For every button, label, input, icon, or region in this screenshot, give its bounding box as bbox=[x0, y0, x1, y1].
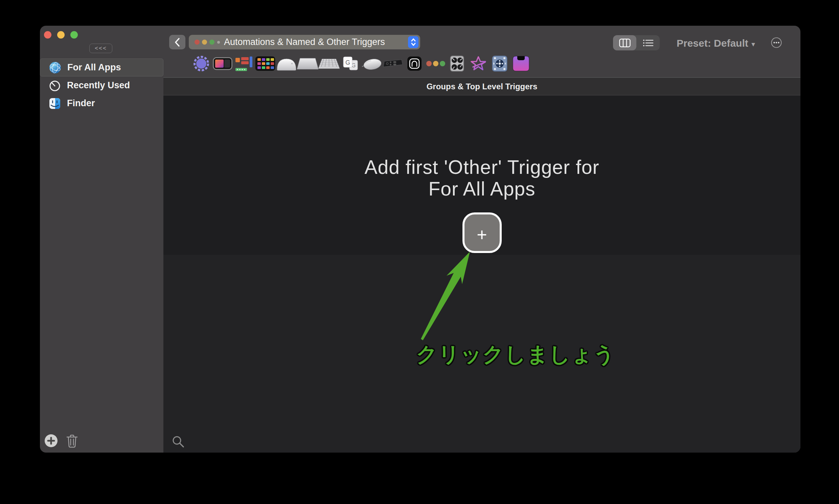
add-trigger-button[interactable]: + bbox=[462, 212, 502, 253]
sidebar-item-label: Finder bbox=[67, 98, 95, 109]
sidebar-item-for-all-apps[interactable]: For All Apps bbox=[40, 58, 163, 76]
list-icon bbox=[643, 39, 654, 47]
sidebar-collapse-button[interactable]: <<< bbox=[89, 43, 112, 53]
list-view-button[interactable] bbox=[636, 35, 660, 50]
add-group-button[interactable] bbox=[44, 434, 58, 449]
trackpad-icon[interactable] bbox=[297, 54, 318, 73]
floating-menu-icon[interactable] bbox=[233, 54, 254, 73]
trash-icon bbox=[66, 434, 78, 449]
ellipsis-circle-icon bbox=[771, 37, 782, 48]
globe-icon bbox=[49, 61, 61, 74]
triggers-panel: Groups & Top Level Triggers Add first 'O… bbox=[163, 77, 800, 453]
desktop-background: <<< Automations & Named & Other Triggers bbox=[0, 0, 839, 504]
category-dot-red-icon bbox=[195, 40, 200, 44]
category-dot-yellow-icon bbox=[202, 40, 207, 44]
clock-icon bbox=[48, 79, 61, 92]
empty-state-title-line2: For All Apps bbox=[365, 178, 600, 200]
sidebar: For All Apps Recently Used bbox=[40, 58, 163, 112]
search-button[interactable] bbox=[172, 435, 185, 450]
pc-mouse-icon[interactable] bbox=[361, 54, 382, 73]
midi-icon[interactable] bbox=[446, 54, 467, 73]
key-letter: G bbox=[345, 59, 350, 66]
empty-state: Add first 'Other' Trigger for For All Ap… bbox=[163, 156, 800, 253]
sidebar-item-label: Recently Used bbox=[67, 80, 130, 91]
other-triggers-icon[interactable] bbox=[425, 54, 446, 73]
plus-circle-icon bbox=[44, 434, 58, 448]
sidebar-item-label: For All Apps bbox=[67, 62, 121, 73]
siri-remote-icon[interactable] bbox=[382, 54, 404, 73]
category-dot-green-icon bbox=[210, 40, 214, 44]
close-button[interactable] bbox=[44, 31, 51, 39]
notch-bar-icon[interactable] bbox=[510, 54, 532, 73]
magic-mouse-icon[interactable] bbox=[276, 54, 297, 73]
view-toggle bbox=[613, 35, 660, 50]
trigger-type-toolbar: G G bbox=[191, 54, 532, 73]
dial-icon[interactable] bbox=[191, 54, 212, 73]
tutorial-annotation: クリックしましょう bbox=[416, 340, 585, 369]
columns-view-button[interactable] bbox=[613, 35, 636, 50]
back-button[interactable] bbox=[169, 35, 185, 49]
key-sequence-icon[interactable]: G G bbox=[340, 54, 361, 73]
tutorial-arrow bbox=[418, 249, 472, 342]
empty-state-title: Add first 'Other' Trigger for For All Ap… bbox=[365, 156, 600, 200]
select-stepper-icon[interactable] bbox=[408, 36, 418, 48]
named-trigger-icon[interactable] bbox=[467, 54, 489, 73]
remote-control-icon[interactable] bbox=[489, 54, 510, 73]
app-window: <<< Automations & Named & Other Triggers bbox=[40, 26, 800, 453]
finder-icon bbox=[48, 97, 61, 110]
caret-down-icon: ▾ bbox=[752, 40, 755, 48]
columns-icon bbox=[619, 39, 630, 47]
touch-bar-icon[interactable] bbox=[212, 54, 233, 73]
preset-label: Preset: Default bbox=[677, 38, 748, 49]
category-separator-dot bbox=[217, 41, 220, 43]
sidebar-item-recently-used[interactable]: Recently Used bbox=[40, 76, 163, 94]
stream-deck-icon[interactable] bbox=[254, 54, 276, 73]
chevron-left-icon bbox=[174, 37, 181, 47]
trigger-category-select[interactable]: Automations & Named & Other Triggers bbox=[189, 35, 420, 49]
gesture-icon[interactable] bbox=[404, 54, 425, 73]
preset-menu[interactable]: Preset: Default▾ bbox=[677, 38, 755, 49]
delete-group-button[interactable] bbox=[66, 434, 78, 450]
search-icon bbox=[172, 435, 185, 449]
column-header: Groups & Top Level Triggers bbox=[163, 77, 800, 95]
empty-state-title-line1: Add first 'Other' Trigger for bbox=[365, 156, 600, 178]
more-options-button[interactable] bbox=[771, 37, 782, 48]
category-select-label: Automations & Named & Other Triggers bbox=[224, 37, 385, 47]
minimize-button[interactable] bbox=[57, 31, 65, 39]
keyboard-icon[interactable] bbox=[318, 54, 340, 73]
zoom-button[interactable] bbox=[70, 31, 78, 39]
plus-icon: + bbox=[477, 226, 487, 244]
sidebar-item-finder[interactable]: Finder bbox=[40, 94, 163, 112]
